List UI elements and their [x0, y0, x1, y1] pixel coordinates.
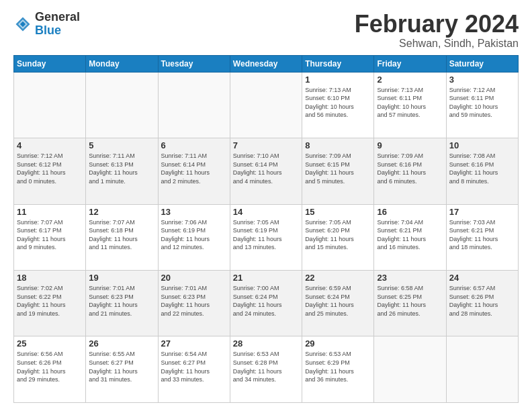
col-sunday: Sunday	[14, 55, 86, 72]
day-detail: Sunrise: 7:10 AMSunset: 6:14 PMDaylight:…	[233, 152, 299, 185]
day-detail: Sunrise: 7:05 AMSunset: 6:20 PMDaylight:…	[305, 218, 371, 252]
day-number: 16	[377, 207, 443, 217]
day-number: 5	[89, 140, 154, 150]
day-detail: Sunrise: 6:59 AMSunset: 6:24 PMDaylight:…	[305, 284, 371, 318]
day-number: 4	[17, 140, 83, 150]
table-row: 20Sunrise: 7:01 AMSunset: 6:23 PMDayligh…	[158, 271, 230, 336]
day-number: 6	[161, 140, 227, 150]
calendar-week-row: 4Sunrise: 7:12 AMSunset: 6:12 PMDaylight…	[14, 138, 519, 204]
calendar-week-row: 1Sunrise: 7:13 AMSunset: 6:10 PMDaylight…	[14, 72, 519, 138]
col-saturday: Saturday	[446, 55, 518, 72]
day-number: 7	[233, 140, 299, 150]
col-thursday: Thursday	[302, 55, 374, 72]
table-row	[446, 336, 518, 403]
day-detail: Sunrise: 6:53 AMSunset: 6:29 PMDaylight:…	[305, 350, 371, 383]
day-detail: Sunrise: 7:07 AMSunset: 6:17 PMDaylight:…	[17, 218, 83, 252]
day-number: 27	[161, 338, 227, 349]
day-number: 22	[305, 273, 371, 283]
main-title: February 2024	[355, 11, 519, 38]
day-number: 21	[233, 273, 299, 283]
table-row	[86, 72, 158, 138]
table-row: 11Sunrise: 7:07 AMSunset: 6:17 PMDayligh…	[14, 204, 86, 270]
table-row: 19Sunrise: 7:01 AMSunset: 6:23 PMDayligh…	[86, 271, 158, 336]
table-row: 12Sunrise: 7:07 AMSunset: 6:18 PMDayligh…	[86, 204, 158, 270]
col-friday: Friday	[374, 55, 446, 72]
day-number: 26	[89, 338, 154, 349]
day-detail: Sunrise: 7:13 AMSunset: 6:10 PMDaylight:…	[305, 86, 371, 120]
table-row: 26Sunrise: 6:55 AMSunset: 6:27 PMDayligh…	[86, 336, 158, 403]
day-number: 14	[233, 207, 299, 217]
day-number: 10	[449, 140, 515, 150]
day-detail: Sunrise: 7:11 AMSunset: 6:14 PMDaylight:…	[161, 152, 227, 185]
day-number: 18	[17, 273, 83, 283]
day-detail: Sunrise: 6:58 AMSunset: 6:25 PMDaylight:…	[377, 284, 443, 318]
table-row: 29Sunrise: 6:53 AMSunset: 6:29 PMDayligh…	[302, 336, 374, 403]
calendar-week-row: 25Sunrise: 6:56 AMSunset: 6:26 PMDayligh…	[14, 336, 519, 403]
day-detail: Sunrise: 7:08 AMSunset: 6:16 PMDaylight:…	[449, 152, 515, 185]
table-row: 18Sunrise: 7:02 AMSunset: 6:22 PMDayligh…	[14, 271, 86, 336]
table-row: 2Sunrise: 7:13 AMSunset: 6:11 PMDaylight…	[374, 72, 446, 138]
table-row	[374, 336, 446, 403]
table-row: 16Sunrise: 7:04 AMSunset: 6:21 PMDayligh…	[374, 204, 446, 270]
table-row: 13Sunrise: 7:06 AMSunset: 6:19 PMDayligh…	[158, 204, 230, 270]
day-number: 24	[449, 273, 515, 283]
day-number: 2	[377, 75, 443, 85]
table-row	[14, 72, 86, 138]
table-row: 4Sunrise: 7:12 AMSunset: 6:12 PMDaylight…	[14, 138, 86, 204]
table-row: 7Sunrise: 7:10 AMSunset: 6:14 PMDaylight…	[230, 138, 302, 204]
table-row: 15Sunrise: 7:05 AMSunset: 6:20 PMDayligh…	[302, 204, 374, 270]
day-detail: Sunrise: 7:07 AMSunset: 6:18 PMDaylight:…	[89, 218, 154, 252]
day-detail: Sunrise: 6:56 AMSunset: 6:26 PMDaylight:…	[17, 350, 83, 383]
day-number: 1	[305, 75, 371, 85]
day-number: 19	[89, 273, 154, 283]
table-row: 9Sunrise: 7:09 AMSunset: 6:16 PMDaylight…	[374, 138, 446, 204]
table-row: 8Sunrise: 7:09 AMSunset: 6:15 PMDaylight…	[302, 138, 374, 204]
calendar-week-row: 18Sunrise: 7:02 AMSunset: 6:22 PMDayligh…	[14, 271, 519, 336]
day-number: 28	[233, 338, 299, 349]
table-row	[230, 72, 302, 138]
day-detail: Sunrise: 7:01 AMSunset: 6:23 PMDaylight:…	[161, 284, 227, 318]
day-number: 29	[305, 338, 371, 349]
table-row: 5Sunrise: 7:11 AMSunset: 6:13 PMDaylight…	[86, 138, 158, 204]
day-detail: Sunrise: 7:06 AMSunset: 6:19 PMDaylight:…	[161, 218, 227, 252]
day-detail: Sunrise: 7:09 AMSunset: 6:15 PMDaylight:…	[305, 152, 371, 185]
title-block: February 2024 Sehwan, Sindh, Pakistan	[355, 11, 519, 50]
page: General Blue February 2024 Sehwan, Sindh…	[0, 0, 532, 411]
day-detail: Sunrise: 7:11 AMSunset: 6:13 PMDaylight:…	[89, 152, 154, 185]
day-number: 9	[377, 140, 443, 150]
day-number: 8	[305, 140, 371, 150]
table-row	[158, 72, 230, 138]
table-row: 25Sunrise: 6:56 AMSunset: 6:26 PMDayligh…	[14, 336, 86, 403]
table-row: 27Sunrise: 6:54 AMSunset: 6:27 PMDayligh…	[158, 336, 230, 403]
day-number: 13	[161, 207, 227, 217]
sub-title: Sehwan, Sindh, Pakistan	[355, 38, 519, 50]
logo-text: General Blue	[35, 11, 80, 38]
table-row: 6Sunrise: 7:11 AMSunset: 6:14 PMDaylight…	[158, 138, 230, 204]
day-number: 23	[377, 273, 443, 283]
day-detail: Sunrise: 7:01 AMSunset: 6:23 PMDaylight:…	[89, 284, 154, 318]
col-tuesday: Tuesday	[158, 55, 230, 72]
day-number: 20	[161, 273, 227, 283]
day-detail: Sunrise: 6:53 AMSunset: 6:28 PMDaylight:…	[233, 350, 299, 383]
logo-icon	[13, 15, 32, 34]
table-row: 22Sunrise: 6:59 AMSunset: 6:24 PMDayligh…	[302, 271, 374, 336]
day-detail: Sunrise: 7:04 AMSunset: 6:21 PMDaylight:…	[377, 218, 443, 252]
day-detail: Sunrise: 6:54 AMSunset: 6:27 PMDaylight:…	[161, 350, 227, 383]
header: General Blue February 2024 Sehwan, Sindh…	[13, 11, 519, 50]
day-detail: Sunrise: 7:05 AMSunset: 6:19 PMDaylight:…	[233, 218, 299, 252]
col-wednesday: Wednesday	[230, 55, 302, 72]
day-detail: Sunrise: 7:12 AMSunset: 6:12 PMDaylight:…	[17, 152, 83, 185]
day-detail: Sunrise: 7:03 AMSunset: 6:21 PMDaylight:…	[449, 218, 515, 252]
table-row: 24Sunrise: 6:57 AMSunset: 6:26 PMDayligh…	[446, 271, 518, 336]
table-row: 23Sunrise: 6:58 AMSunset: 6:25 PMDayligh…	[374, 271, 446, 336]
day-number: 3	[449, 75, 515, 85]
day-detail: Sunrise: 7:00 AMSunset: 6:24 PMDaylight:…	[233, 284, 299, 318]
table-row: 3Sunrise: 7:12 AMSunset: 6:11 PMDaylight…	[446, 72, 518, 138]
col-monday: Monday	[86, 55, 158, 72]
day-detail: Sunrise: 7:09 AMSunset: 6:16 PMDaylight:…	[377, 152, 443, 185]
day-number: 15	[305, 207, 371, 217]
table-row: 10Sunrise: 7:08 AMSunset: 6:16 PMDayligh…	[446, 138, 518, 204]
day-detail: Sunrise: 7:13 AMSunset: 6:11 PMDaylight:…	[377, 86, 443, 120]
table-row: 14Sunrise: 7:05 AMSunset: 6:19 PMDayligh…	[230, 204, 302, 270]
day-number: 17	[449, 207, 515, 217]
